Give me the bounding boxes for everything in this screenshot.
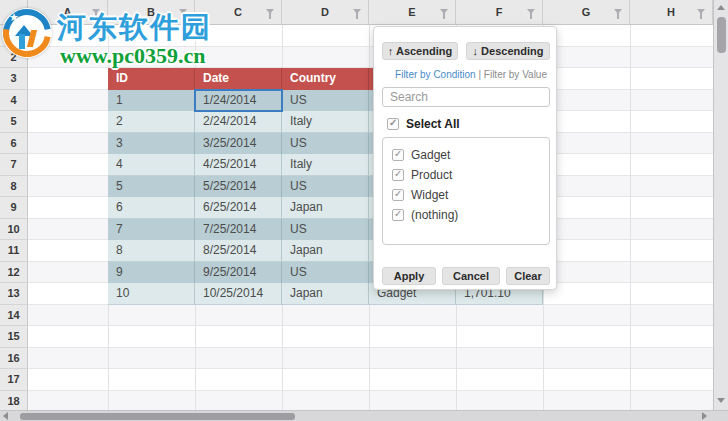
filter-icon[interactable] — [614, 9, 622, 14]
table-cell[interactable]: 8 — [108, 240, 195, 262]
scroll-down-icon[interactable] — [717, 398, 725, 403]
table-cell[interactable]: 4/25/2014 — [195, 154, 282, 176]
table-cell[interactable]: 10/25/2014 — [195, 283, 282, 305]
table-cell[interactable]: US — [282, 176, 369, 198]
apply-button[interactable]: Apply — [382, 267, 436, 285]
horizontal-scrollbar[interactable] — [0, 410, 728, 421]
sheet-corner-cell[interactable] — [0, 0, 28, 25]
vertical-scrollbar[interactable] — [713, 0, 728, 410]
table-cell[interactable]: 4 — [108, 154, 195, 176]
table-cell[interactable]: 7 — [108, 219, 195, 241]
table-cell[interactable]: 2 — [108, 111, 195, 133]
table-cell[interactable]: 9 — [108, 262, 195, 284]
filter-list-item[interactable]: Widget — [392, 185, 540, 205]
column-header-f[interactable]: F — [456, 0, 543, 25]
checkbox-icon[interactable] — [392, 209, 404, 221]
cancel-button[interactable]: Cancel — [442, 267, 500, 285]
row-header-1[interactable]: 1 — [0, 25, 28, 47]
filter-by-value-link[interactable]: Filter by Value — [484, 69, 547, 80]
row-header-7[interactable]: 7 — [0, 154, 28, 176]
filter-list-item[interactable]: (nothing) — [392, 205, 540, 225]
sort-ascending-button[interactable]: ↑ Ascending — [382, 42, 458, 60]
table-cell[interactable]: 10 — [108, 283, 195, 305]
table-header-cell[interactable]: ID — [108, 68, 195, 90]
filter-icon[interactable] — [179, 9, 187, 14]
sort-descending-button[interactable]: ↓ Descending — [466, 42, 550, 60]
table-cell[interactable]: 1 — [108, 90, 195, 112]
table-cell[interactable]: 3 — [108, 133, 195, 155]
row-header-14[interactable]: 14 — [0, 305, 28, 327]
checkbox-icon[interactable] — [392, 189, 404, 201]
row-header-11[interactable]: 11 — [0, 240, 28, 262]
table-cell[interactable]: US — [282, 262, 369, 284]
column-header-e[interactable]: E — [369, 0, 456, 25]
table-cell[interactable]: US — [282, 219, 369, 241]
checkbox-icon[interactable] — [392, 149, 404, 161]
table-cell[interactable]: 5/25/2014 — [195, 176, 282, 198]
table-cell[interactable]: 3/25/2014 — [195, 133, 282, 155]
column-header-a[interactable]: A — [28, 0, 108, 25]
filter-icon[interactable] — [697, 9, 705, 14]
row-header-5[interactable]: 5 — [0, 111, 28, 133]
table-cell[interactable]: 6/25/2014 — [195, 197, 282, 219]
table-cell[interactable]: 7/25/2014 — [195, 219, 282, 241]
row-header-13[interactable]: 13 — [0, 283, 28, 305]
scroll-left-icon[interactable] — [3, 412, 8, 420]
table-cell[interactable]: Italy — [282, 154, 369, 176]
row-header-9[interactable]: 9 — [0, 197, 28, 219]
filter-icon[interactable] — [266, 9, 274, 14]
vertical-scroll-thumb[interactable] — [717, 17, 726, 53]
row-header-18[interactable]: 18 — [0, 391, 28, 413]
row-header-16[interactable]: 16 — [0, 348, 28, 370]
grid-row[interactable] — [28, 305, 713, 327]
grid-row[interactable] — [28, 47, 713, 69]
scroll-right-icon[interactable] — [702, 412, 707, 420]
grid-row[interactable] — [28, 391, 713, 413]
horizontal-scroll-thumb[interactable] — [20, 413, 295, 420]
clear-button[interactable]: Clear — [506, 267, 550, 285]
row-header-17[interactable]: 17 — [0, 369, 28, 391]
table-header-cell[interactable]: Date — [195, 68, 282, 90]
table-cell[interactable]: 1/24/2014 — [195, 90, 282, 112]
table-cell[interactable]: 9/25/2014 — [195, 262, 282, 284]
checkbox-icon[interactable] — [392, 169, 404, 181]
column-header-g[interactable]: G — [543, 0, 630, 25]
row-header-2[interactable]: 2 — [0, 47, 28, 69]
row-header-15[interactable]: 15 — [0, 326, 28, 348]
column-header-h[interactable]: H — [630, 0, 713, 25]
table-header-cell[interactable]: Country — [282, 68, 369, 90]
column-header-c[interactable]: C — [195, 0, 282, 25]
search-input[interactable] — [382, 87, 550, 107]
table-cell[interactable]: Japan — [282, 197, 369, 219]
table-cell[interactable]: Japan — [282, 283, 369, 305]
grid-row[interactable] — [28, 369, 713, 391]
filter-icon[interactable] — [353, 9, 361, 14]
select-all-checkbox[interactable]: Select All — [387, 117, 460, 131]
column-header-d[interactable]: D — [282, 0, 369, 25]
checkbox-icon[interactable] — [387, 118, 399, 130]
row-header-12[interactable]: 12 — [0, 262, 28, 284]
table-cell[interactable]: 2/24/2014 — [195, 111, 282, 133]
filter-list-item[interactable]: Gadget — [392, 145, 540, 165]
table-cell[interactable]: Italy — [282, 111, 369, 133]
table-cell[interactable]: Japan — [282, 240, 369, 262]
table-cell[interactable]: 5 — [108, 176, 195, 198]
row-header-3[interactable]: 3 — [0, 68, 28, 90]
filter-icon[interactable] — [440, 9, 448, 14]
row-header-8[interactable]: 8 — [0, 176, 28, 198]
table-cell[interactable]: US — [282, 133, 369, 155]
grid-row[interactable] — [28, 25, 713, 47]
filter-icon[interactable] — [92, 9, 100, 14]
scroll-up-icon[interactable] — [717, 5, 725, 10]
filter-list-item[interactable]: Product — [392, 165, 540, 185]
row-header-10[interactable]: 10 — [0, 219, 28, 241]
grid-row[interactable] — [28, 348, 713, 370]
column-header-b[interactable]: B — [108, 0, 195, 25]
filter-by-condition-link[interactable]: Filter by Condition — [395, 69, 476, 80]
row-header-4[interactable]: 4 — [0, 90, 28, 112]
table-cell[interactable]: 6 — [108, 197, 195, 219]
row-header-6[interactable]: 6 — [0, 133, 28, 155]
table-cell[interactable]: US — [282, 90, 369, 112]
table-cell[interactable]: 8/25/2014 — [195, 240, 282, 262]
grid-row[interactable] — [28, 326, 713, 348]
